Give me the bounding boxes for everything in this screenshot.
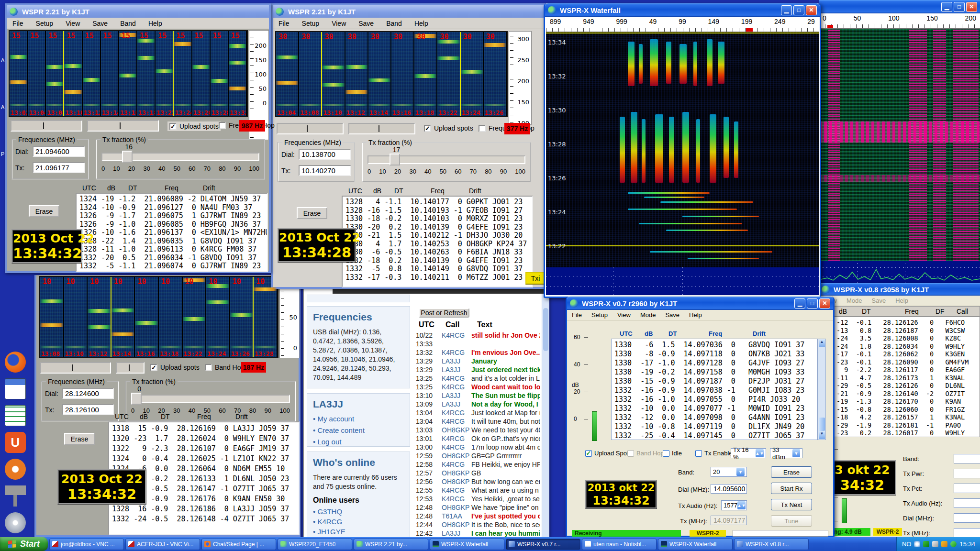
chat-call[interactable]: T61AA bbox=[442, 512, 471, 520]
wspr5-slider-2[interactable] bbox=[116, 362, 145, 374]
menu-item-help[interactable]: Help bbox=[414, 20, 428, 27]
taskbar-task[interactable]: WSPR 2.21 by... bbox=[354, 539, 428, 550]
wsprx7-titlebar[interactable]: WSPR-X v0.7 r2960 by K1JT ▁□✕ bbox=[567, 297, 833, 310]
taskbar-task[interactable]: ACER-JOJ - VNC Vi... bbox=[125, 539, 200, 550]
menu-item-save[interactable]: Save bbox=[665, 311, 679, 319]
menu-item-mode[interactable]: Mode bbox=[846, 297, 862, 304]
waterfall4-titlebar[interactable]: WSPR-X Waterfall ▁□✕ bbox=[819, 0, 980, 13]
wsprx7-tx-next-button[interactable]: Tx Next bbox=[771, 499, 812, 510]
wsprx7-tune-button[interactable]: Tune bbox=[771, 515, 812, 527]
wspr5-dial-input[interactable]: 28.124600 bbox=[62, 388, 114, 399]
chat-call[interactable]: LA3JJ bbox=[442, 529, 471, 537]
wsprx7-dial-input[interactable]: 14.095600 bbox=[711, 484, 747, 494]
chat-call[interactable]: LA3JJ bbox=[442, 365, 471, 374]
wspr2-slider-1[interactable] bbox=[277, 123, 344, 134]
menu-item-help[interactable]: Help bbox=[148, 20, 162, 27]
taskbar-task[interactable]: WSPR220_FT450 bbox=[278, 539, 352, 550]
taskbar-task[interactable]: Chat/Sked Page | ... bbox=[201, 539, 276, 550]
browser-scrollbar[interactable] bbox=[542, 294, 549, 537]
menu-item-save[interactable]: Save bbox=[92, 20, 108, 27]
wspr5-band-hop-checkbox[interactable]: Band Hop bbox=[205, 364, 245, 371]
menu-item-file[interactable]: File bbox=[278, 20, 290, 27]
wsprx8-titlebar[interactable]: WSPR-X v0.8 r3058 by K1JT bbox=[819, 283, 980, 296]
wspr2-titlebar[interactable]: WSPR 2.21 by K1JT bbox=[273, 5, 546, 18]
menu-item-save[interactable]: Save bbox=[871, 297, 886, 304]
wsprx8-decode-table[interactable]: -12 -0.1 28.126126 0 F6HCO-13 0.8 28.126… bbox=[833, 317, 980, 437]
scrollbar-thumb[interactable] bbox=[543, 308, 548, 351]
wspr2-dial-input[interactable]: 10.138700 bbox=[299, 149, 351, 160]
chat-call[interactable]: OH8GKP bbox=[442, 452, 471, 460]
taskbar-task[interactable]: WSPR-X v0.7 r... bbox=[506, 539, 580, 550]
menu-item-file[interactable]: File bbox=[572, 311, 582, 319]
minimize-button[interactable]: ▁ bbox=[794, 298, 805, 309]
wsprx8-menubar[interactable]: ViewModeSaveHelp bbox=[819, 296, 980, 306]
close-button[interactable]: ✕ bbox=[819, 298, 830, 309]
wspr1-erase-button[interactable]: Erase bbox=[29, 205, 59, 217]
wsprx8-setting-value[interactable] bbox=[954, 454, 980, 463]
wsprx7-erase-button[interactable]: Erase bbox=[771, 466, 812, 478]
firefox-icon[interactable] bbox=[5, 352, 26, 373]
wspr1-txfraction-slider[interactable]: 16 0102030405060708090100 bbox=[101, 142, 259, 177]
wspr1-dial-input[interactable]: 21.094600 bbox=[33, 146, 85, 157]
wsprx7-band-hop-checkbox[interactable]: Band Hop bbox=[627, 450, 664, 457]
waterfall3-titlebar[interactable]: WSPR-X Waterfall ▁□✕ bbox=[545, 3, 820, 17]
maximize-button[interactable]: □ bbox=[793, 5, 804, 15]
cd-icon[interactable] bbox=[5, 512, 26, 533]
wsprx8-setting-value[interactable] bbox=[954, 513, 980, 523]
slider-handle[interactable] bbox=[122, 151, 133, 163]
minimize-button[interactable]: ▁ bbox=[781, 5, 792, 15]
wsprx7-scrollbar[interactable]: ▲ ▼ bbox=[818, 339, 826, 440]
taskbar-task[interactable]: WSPR-X Waterfall bbox=[658, 539, 733, 550]
menu-item-band[interactable]: Band bbox=[386, 20, 402, 27]
wsprx7-menubar[interactable]: FileSetupViewModeSaveHelp bbox=[567, 310, 833, 320]
taskbar-task[interactable]: jon@oldbox - VNC ... bbox=[49, 539, 124, 550]
spreadsheet-icon[interactable] bbox=[5, 405, 26, 426]
scroll-up-icon[interactable]: ▲ bbox=[819, 340, 825, 347]
wsprx8-setting-value[interactable] bbox=[954, 469, 980, 478]
chat-log[interactable]: 10/22 13:33K4RCGstill solid hr Jon Ove 2… bbox=[416, 331, 540, 537]
spinner-icon[interactable]: ▲▼ bbox=[756, 449, 764, 457]
wsprx7-upload-spots-checkbox[interactable]: ✓Upload Spots bbox=[585, 450, 632, 457]
post-or-refresh-button[interactable]: Post or Refresh bbox=[419, 308, 469, 318]
wspr1-upload-spots-checkbox[interactable]: ✓Upload spots bbox=[167, 121, 221, 131]
wspr2-upload-spots-checkbox[interactable]: ✓Upload spots bbox=[424, 124, 473, 132]
wsprx7-tx-enable-checkbox[interactable]: Tx Enable bbox=[695, 450, 733, 457]
chat-call[interactable]: LA3JJ bbox=[442, 357, 471, 365]
start-button[interactable]: Start bbox=[0, 537, 48, 551]
chat-call[interactable]: K4RCG bbox=[442, 443, 471, 452]
wsprx8-setting-value[interactable] bbox=[954, 484, 980, 493]
wsprx7-power-dropdown[interactable]: 33 dBm▼ bbox=[770, 448, 802, 458]
wspr1-slider-1[interactable] bbox=[11, 120, 82, 132]
menu-item-help[interactable]: Help bbox=[895, 297, 908, 304]
wspr5-tx-input[interactable]: 28.126100 bbox=[62, 404, 114, 415]
wspr1-decode-table[interactable]: 1324 -19 -1.2 21.096089 -2 DL4TOM JN59 3… bbox=[76, 193, 268, 272]
taskbar-task[interactable]: WSPR-X v0.8 r... bbox=[734, 539, 809, 550]
gear-icon[interactable] bbox=[5, 459, 26, 480]
wspr5-slider-1[interactable] bbox=[40, 362, 111, 374]
document-icon[interactable] bbox=[5, 378, 26, 399]
volume-icon[interactable] bbox=[932, 541, 938, 547]
shield-icon[interactable] bbox=[923, 541, 929, 547]
chat-call[interactable]: OH8GKP bbox=[442, 520, 471, 529]
menu-item-mode[interactable]: Mode bbox=[640, 311, 656, 319]
wsprx8-setting-value[interactable] bbox=[954, 528, 980, 538]
close-button[interactable]: ✕ bbox=[966, 2, 977, 12]
account-link-my-account[interactable]: • My account bbox=[313, 415, 404, 423]
wsprx7-idle-checkbox[interactable]: Idle bbox=[663, 450, 682, 457]
chat-call[interactable]: K4RCG bbox=[442, 417, 471, 426]
ubuntu-one-icon[interactable]: U bbox=[5, 432, 26, 453]
wspr2-menubar[interactable]: FileSetupViewSaveBandHelp bbox=[273, 18, 546, 29]
wsprx7-tx-percent-spinner[interactable]: Tx 16 %▲▼ bbox=[731, 448, 766, 458]
network-icon[interactable] bbox=[914, 541, 920, 547]
wspr1-menubar[interactable]: FileSetupViewSaveBandHelp bbox=[7, 18, 269, 29]
online-user-link[interactable]: • JH1GYE bbox=[313, 528, 404, 536]
menu-item-setup[interactable]: Setup bbox=[36, 20, 54, 27]
menu-item-setup[interactable]: Setup bbox=[302, 20, 320, 27]
chevron-down-icon[interactable]: ▼ bbox=[736, 468, 745, 476]
clock[interactable]: 15:34 bbox=[959, 540, 975, 548]
scrollbar-thumb[interactable] bbox=[819, 418, 825, 431]
online-user-link[interactable]: • K4RCG bbox=[313, 518, 404, 526]
chevron-down-icon[interactable]: ▼ bbox=[792, 449, 800, 457]
wsprx7-band-dropdown[interactable]: 20▼ bbox=[711, 467, 747, 477]
slider-handle[interactable] bbox=[390, 154, 400, 165]
